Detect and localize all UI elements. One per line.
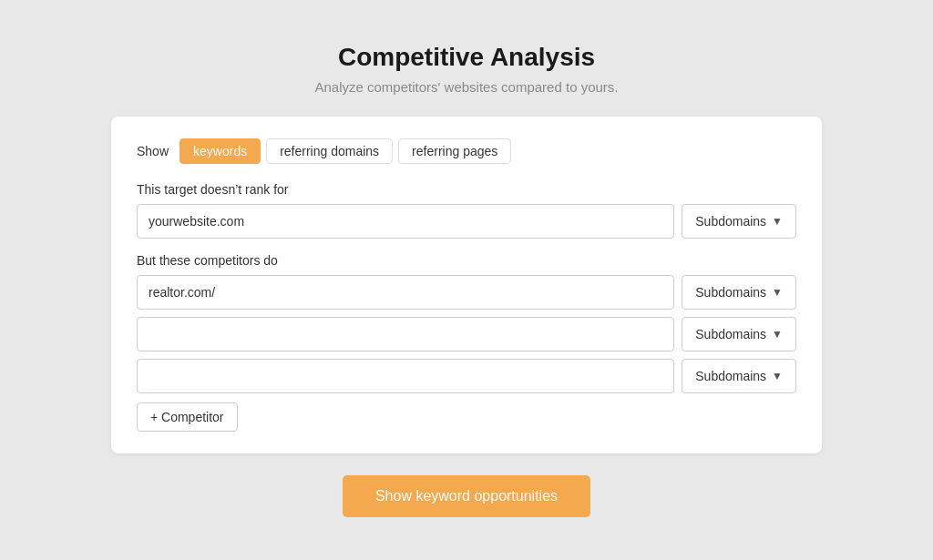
competitors-section-label: But these competitors do <box>137 253 796 268</box>
competitor-input-0[interactable] <box>137 275 674 310</box>
target-section-label: This target doesn’t rank for <box>137 182 796 197</box>
tab-referring-pages[interactable]: referring pages <box>398 138 511 164</box>
page-wrapper: Competitive Analysis Analyze competitors… <box>0 0 933 560</box>
competitor-dropdown-arrow-1-icon: ▼ <box>772 328 783 341</box>
tab-referring-domains[interactable]: referring domains <box>266 138 393 164</box>
competitors-section: But these competitors do Subdomains ▼ Su… <box>137 253 796 432</box>
target-dropdown-label: Subdomains <box>695 214 766 229</box>
competitor-dropdown-0[interactable]: Subdomains ▼ <box>682 275 796 310</box>
competitor-row-0: Subdomains ▼ <box>137 275 796 310</box>
tabs-row: Show keywords referring domains referrin… <box>137 138 796 164</box>
target-dropdown-arrow-icon: ▼ <box>772 215 783 228</box>
target-section: This target doesn’t rank for Subdomains … <box>137 182 796 239</box>
main-card: Show keywords referring domains referrin… <box>111 117 822 453</box>
competitor-dropdown-label-0: Subdomains <box>695 285 766 300</box>
add-competitor-button[interactable]: + Competitor <box>137 402 238 432</box>
target-input[interactable] <box>137 204 674 239</box>
competitor-input-2[interactable] <box>137 359 674 393</box>
competitor-dropdown-arrow-0-icon: ▼ <box>772 286 783 299</box>
show-label: Show <box>137 144 169 158</box>
competitor-row-2: Subdomains ▼ <box>137 359 796 393</box>
show-opportunities-button[interactable]: Show keyword opportunities <box>343 475 590 517</box>
page-title: Competitive Analysis <box>338 43 595 72</box>
competitor-input-1[interactable] <box>137 317 674 351</box>
add-competitor-label: + Competitor <box>150 410 224 424</box>
competitor-dropdown-label-1: Subdomains <box>695 327 766 341</box>
competitor-dropdown-arrow-2-icon: ▼ <box>772 370 783 382</box>
competitor-dropdown-1[interactable]: Subdomains ▼ <box>682 317 796 351</box>
competitor-row-1: Subdomains ▼ <box>137 317 796 351</box>
target-input-row: Subdomains ▼ <box>137 204 796 239</box>
competitor-dropdown-label-2: Subdomains <box>695 369 766 383</box>
tab-keywords[interactable]: keywords <box>179 138 261 164</box>
page-subtitle: Analyze competitors' websites compared t… <box>314 79 618 95</box>
target-dropdown[interactable]: Subdomains ▼ <box>682 204 796 239</box>
competitor-dropdown-2[interactable]: Subdomains ▼ <box>682 359 796 393</box>
